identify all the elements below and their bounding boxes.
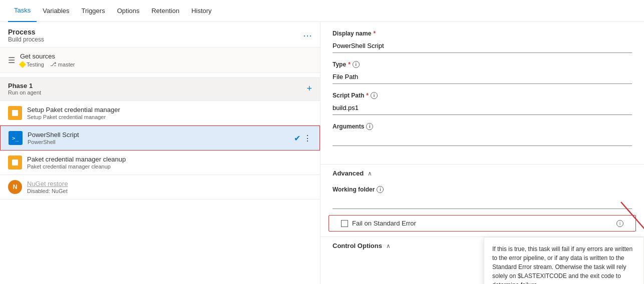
- script-path-input[interactable]: [333, 101, 632, 115]
- type-label: Type * i: [333, 61, 632, 68]
- arguments-label: Arguments i: [333, 123, 632, 130]
- left-panel: Process Build process ⋯ ☰ Get sources Te…: [0, 22, 320, 284]
- phase-add-button[interactable]: +: [306, 84, 312, 94]
- script-path-required: *: [366, 92, 369, 99]
- tooltip-text: If this is true, this task will fail if …: [492, 244, 635, 284]
- display-name-input[interactable]: [333, 39, 632, 53]
- script-path-info-icon[interactable]: i: [371, 92, 378, 99]
- branch-badge: ⎇ master: [50, 61, 75, 68]
- get-sources-meta: Testing ⎇ master: [20, 61, 312, 68]
- script-path-group: Script Path * i: [333, 92, 632, 115]
- process-subtitle: Build process: [8, 36, 44, 43]
- working-folder-label: Working folder i: [333, 186, 632, 193]
- task-title-paket-setup: Setup Paket credential manager: [27, 106, 312, 114]
- type-info-icon[interactable]: i: [353, 61, 360, 68]
- arguments-info-icon[interactable]: i: [366, 123, 373, 130]
- task-item-powershell[interactable]: >_ PowerShell Script PowerShell ✔ ⋮: [0, 126, 320, 150]
- nav-history[interactable]: History: [185, 0, 217, 22]
- main-content: Process Build process ⋯ ☰ Get sources Te…: [0, 22, 644, 284]
- advanced-title: Advanced: [333, 170, 364, 177]
- get-sources-title: Get sources: [20, 52, 312, 60]
- phase-subtitle: Run on agent: [8, 90, 41, 96]
- display-name-label: Display name *: [333, 30, 632, 37]
- working-folder-info-icon[interactable]: i: [377, 186, 384, 193]
- task-item-nuget[interactable]: N NuGet restore Disabled: NuGet: [0, 175, 320, 200]
- task-item-paket-setup[interactable]: Setup Paket credential manager Setup Pak…: [0, 101, 320, 126]
- type-group: Type * i: [333, 61, 632, 84]
- tooltip-box: If this is true, this task will fail if …: [484, 237, 644, 284]
- branch-icon: ⎇: [50, 61, 57, 68]
- form-section: Display name * Type * i: [320, 22, 644, 162]
- working-folder-group: Working folder i: [320, 182, 644, 215]
- display-name-required: *: [373, 30, 376, 37]
- task-subtitle-paket-setup: Setup Paket credential manager: [27, 114, 312, 120]
- process-header: Process Build process ⋯: [0, 22, 320, 47]
- task-content-paket-cleanup: Paket credential manager cleanup Paket c…: [27, 156, 312, 170]
- nav-triggers[interactable]: Triggers: [75, 0, 111, 22]
- advanced-chevron-icon: ∧: [368, 170, 372, 177]
- process-more-button[interactable]: ⋯: [303, 30, 312, 41]
- display-name-group: Display name *: [333, 30, 632, 53]
- svg-rect-0: [12, 110, 18, 116]
- fail-on-stderr-row: Fail on Standard Error i: [329, 215, 636, 232]
- task-subtitle-nuget: Disabled: NuGet: [27, 188, 312, 194]
- phase-header: Phase 1 Run on agent +: [0, 77, 320, 101]
- type-required: *: [348, 61, 351, 68]
- task-icon-paket-setup: [8, 106, 22, 120]
- nav-retention[interactable]: Retention: [145, 0, 185, 22]
- script-path-label: Script Path * i: [333, 92, 632, 99]
- fail-on-stderr-label: Fail on Standard Error: [352, 220, 613, 227]
- fail-on-stderr-checkbox[interactable]: [341, 220, 348, 227]
- task-title-nuget: NuGet restore: [27, 180, 312, 188]
- arguments-group: Arguments i: [333, 123, 632, 146]
- task-content-powershell: PowerShell Script PowerShell: [28, 131, 294, 145]
- fail-on-stderr-info-icon[interactable]: i: [616, 220, 623, 227]
- task-content-paket-setup: Setup Paket credential manager Setup Pak…: [27, 106, 312, 120]
- top-nav: Tasks Variables Triggers Options Retenti…: [0, 0, 644, 22]
- svg-rect-2: [12, 160, 18, 166]
- nav-options[interactable]: Options: [111, 0, 146, 22]
- get-sources[interactable]: ☰ Get sources Testing ⎇ master: [0, 47, 320, 73]
- task-title-paket-cleanup: Paket credential manager cleanup: [27, 156, 312, 163]
- process-info: Process Build process: [8, 28, 44, 43]
- testing-badge: Testing: [20, 61, 44, 68]
- task-content-nuget: NuGet restore Disabled: NuGet: [27, 180, 312, 194]
- nav-tasks[interactable]: Tasks: [8, 0, 37, 22]
- phase-info: Phase 1 Run on agent: [8, 82, 41, 96]
- process-title: Process: [8, 28, 44, 36]
- type-input[interactable]: [333, 70, 632, 84]
- task-item-paket-cleanup[interactable]: Paket credential manager cleanup Paket c…: [0, 150, 320, 175]
- control-options-chevron-icon: ∧: [386, 242, 391, 250]
- task-title-powershell: PowerShell Script: [28, 131, 294, 138]
- task-icon-powershell: >_: [9, 131, 23, 145]
- task-icon-paket-cleanup: [8, 156, 22, 170]
- task-check-icon: ✔: [294, 134, 300, 143]
- right-panel: Display name * Type * i: [320, 22, 644, 284]
- app-container: Tasks Variables Triggers Options Retenti…: [0, 0, 644, 284]
- advanced-section-header[interactable]: Advanced ∧: [320, 164, 644, 182]
- task-actions-powershell: ✔ ⋮: [294, 134, 311, 143]
- task-more-icon[interactable]: ⋮: [303, 134, 311, 143]
- get-sources-icon: ☰: [8, 56, 15, 65]
- arguments-input[interactable]: [333, 132, 632, 146]
- diamond-icon: [19, 60, 26, 68]
- phase-title: Phase 1: [8, 82, 41, 90]
- task-subtitle-powershell: PowerShell: [28, 139, 294, 145]
- svg-text:>_: >_: [12, 135, 19, 142]
- working-folder-input[interactable]: [333, 195, 632, 209]
- task-icon-nuget: N: [8, 180, 22, 194]
- task-subtitle-paket-cleanup: Paket credential manager cleanup: [27, 164, 312, 170]
- control-options-title: Control Options: [333, 242, 382, 250]
- nav-variables[interactable]: Variables: [37, 0, 75, 22]
- get-sources-content: Get sources Testing ⎇ master: [20, 52, 312, 68]
